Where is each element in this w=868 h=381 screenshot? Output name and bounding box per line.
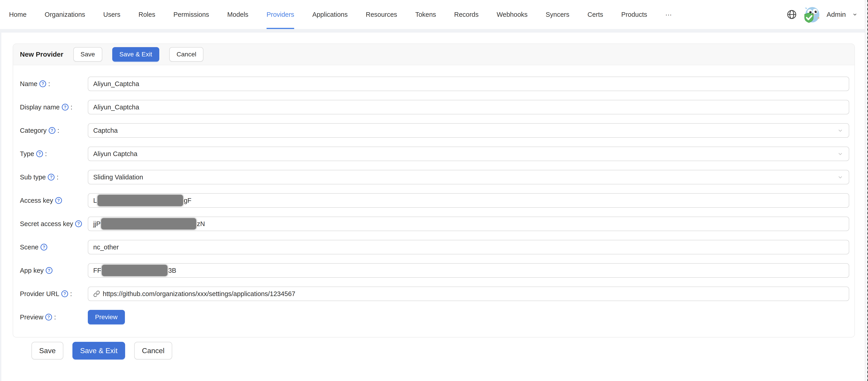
category-control: Captcha — [88, 123, 849, 138]
scene-input[interactable]: nc_other — [88, 240, 849, 254]
question-circle-icon[interactable]: ? — [55, 197, 62, 204]
question-circle-icon[interactable]: ? — [61, 290, 68, 297]
question-circle-icon[interactable]: ? — [36, 150, 43, 157]
question-circle-icon[interactable]: ? — [48, 174, 55, 180]
avatar[interactable] — [803, 6, 820, 23]
cancel-button[interactable]: Cancel — [169, 47, 204, 62]
label-colon: : — [48, 80, 50, 88]
nav-item-roles[interactable]: Roles — [138, 0, 155, 29]
save-button[interactable]: Save — [73, 47, 102, 62]
form-row-sub-type: Sub type?:Sliding Validation — [20, 170, 849, 184]
display-name-value: Aliyun_Captcha — [93, 104, 139, 111]
nav-item-providers[interactable]: Providers — [267, 0, 294, 29]
nav-item-applications[interactable]: Applications — [312, 0, 347, 29]
question-circle-icon[interactable]: ? — [75, 221, 82, 227]
form-row-secret-access-key: Secret access key?jjPzN — [20, 216, 849, 231]
name-input[interactable]: Aliyun_Captcha — [88, 77, 849, 91]
redaction-bar — [101, 218, 196, 230]
secret-access-key-value-suffix: zN — [197, 220, 205, 228]
chevron-down-icon — [837, 127, 843, 134]
name-label-text: Name — [20, 80, 37, 88]
nav-item-webhooks[interactable]: Webhooks — [497, 0, 528, 29]
save-exit-button[interactable]: Save & Exit — [112, 47, 159, 62]
secret-access-key-label: Secret access key? — [20, 220, 88, 228]
app-key-value-prefix: FF — [93, 267, 101, 274]
footer-actions: Save Save & Exit Cancel — [31, 342, 865, 359]
access-key-label-text: Access key — [20, 197, 53, 204]
category-label-text: Category — [20, 127, 46, 134]
form-row-provider-url: Provider URL?:https://github.com/organiz… — [20, 287, 849, 301]
access-key-input[interactable]: LgF — [88, 193, 849, 208]
sub-type-label-text: Sub type — [20, 174, 46, 181]
label-colon: : — [57, 174, 58, 181]
form-row-app-key: App key?FF3B — [20, 263, 849, 278]
secret-access-key-value-prefix: jjP — [93, 220, 100, 228]
nav-item-users[interactable]: Users — [103, 0, 120, 29]
label-colon: : — [58, 127, 59, 134]
nav-item-products[interactable]: Products — [621, 0, 647, 29]
app-key-input[interactable]: FF3B — [88, 263, 849, 278]
provider-url-input[interactable]: https://github.com/organizations/xxx/set… — [88, 287, 849, 301]
nav-item-models[interactable]: Models — [227, 0, 248, 29]
category-selected-value: Captcha — [93, 127, 837, 134]
question-circle-icon[interactable]: ? — [40, 244, 47, 251]
secret-access-key-label-text: Secret access key — [20, 220, 73, 228]
language-globe-icon[interactable] — [786, 9, 797, 20]
secret-access-key-control: jjPzN — [88, 216, 849, 231]
chevron-down-icon[interactable] — [852, 12, 858, 17]
chevron-down-icon — [837, 151, 843, 157]
page-title: New Provider — [20, 51, 63, 58]
content-wrapper: New Provider Save Save & Exit Cancel Nam… — [1, 33, 865, 381]
sub-type-selected-value: Sliding Validation — [93, 174, 837, 181]
scene-label: Scene? — [20, 243, 88, 251]
nav-item-resources[interactable]: Resources — [366, 0, 397, 29]
nav-item-certs[interactable]: Certs — [587, 0, 603, 29]
secret-access-key-input[interactable]: jjPzN — [88, 216, 849, 231]
label-colon: : — [54, 314, 56, 321]
form-row-preview: Preview?:Preview — [20, 310, 849, 324]
category-label: Category?: — [20, 127, 88, 134]
form-row-scene: Scene?nc_other — [20, 240, 849, 254]
nav-more-button[interactable]: ··· — [665, 0, 672, 29]
provider-edit-card: New Provider Save Save & Exit Cancel Nam… — [13, 43, 855, 338]
question-circle-icon[interactable]: ? — [62, 104, 68, 111]
form-row-display-name: Display name?:Aliyun_Captcha — [20, 100, 849, 114]
display-name-input[interactable]: Aliyun_Captcha — [88, 100, 849, 114]
form-row-access-key: Access key?LgF — [20, 193, 849, 208]
form-row-type: Type?:Aliyun Captcha — [20, 147, 849, 161]
question-circle-icon[interactable]: ? — [45, 314, 52, 321]
name-value: Aliyun_Captcha — [93, 80, 139, 88]
save-button-bottom[interactable]: Save — [31, 342, 63, 359]
user-name[interactable]: Admin — [827, 11, 846, 18]
category-select[interactable]: Captcha — [88, 123, 849, 138]
provider-url-control: https://github.com/organizations/xxx/set… — [88, 287, 849, 301]
preview-button[interactable]: Preview — [88, 310, 125, 324]
question-circle-icon[interactable]: ? — [46, 267, 53, 274]
preview-label: Preview?: — [20, 314, 88, 321]
nav-item-home[interactable]: Home — [9, 0, 27, 29]
access-key-value-suffix: gF — [184, 197, 191, 204]
question-circle-icon[interactable]: ? — [49, 127, 56, 134]
chevron-down-icon — [837, 174, 843, 180]
nav-item-organizations[interactable]: Organizations — [44, 0, 85, 29]
nav-item-tokens[interactable]: Tokens — [415, 0, 436, 29]
display-name-label-text: Display name — [20, 104, 60, 111]
question-circle-icon[interactable]: ? — [39, 80, 46, 87]
sub-type-control: Sliding Validation — [88, 170, 849, 184]
save-exit-button-bottom[interactable]: Save & Exit — [72, 342, 125, 359]
casdoor-gopher-icon — [803, 6, 820, 23]
nav-item-records[interactable]: Records — [454, 0, 478, 29]
access-key-value-prefix: L — [93, 197, 97, 204]
name-control: Aliyun_Captcha — [88, 77, 849, 91]
cancel-button-bottom[interactable]: Cancel — [134, 342, 172, 359]
provider-url-value: https://github.com/organizations/xxx/set… — [103, 290, 295, 298]
type-label: Type?: — [20, 150, 88, 158]
nav-item-syncers[interactable]: Syncers — [546, 0, 569, 29]
type-label-text: Type — [20, 150, 34, 158]
sub-type-select[interactable]: Sliding Validation — [88, 170, 849, 184]
type-select[interactable]: Aliyun Captcha — [88, 147, 849, 161]
form-row-name: Name?:Aliyun_Captcha — [20, 77, 849, 91]
access-key-label: Access key? — [20, 197, 88, 204]
preview-label-text: Preview — [20, 314, 43, 321]
nav-item-permissions[interactable]: Permissions — [173, 0, 209, 29]
